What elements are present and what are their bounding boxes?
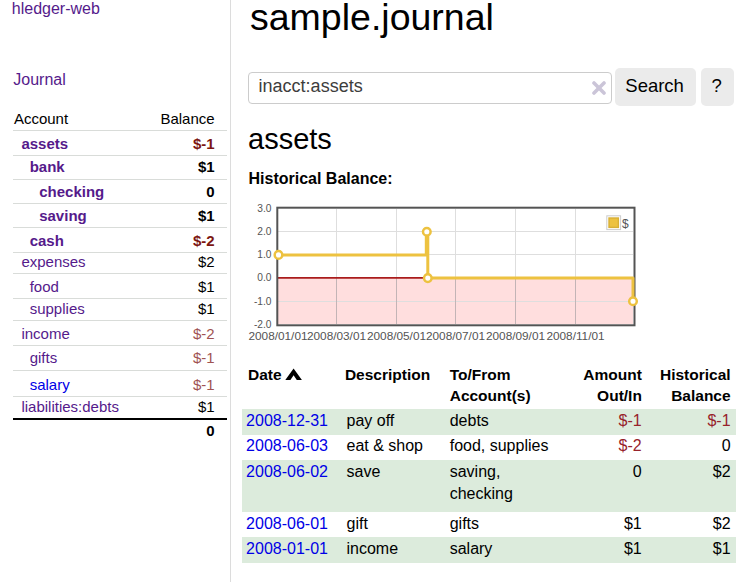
svg-text:2008/01/01: 2008/01/01 bbox=[248, 329, 307, 343]
svg-text:3.0: 3.0 bbox=[257, 203, 271, 214]
svg-text:2008/03/01: 2008/03/01 bbox=[307, 329, 366, 343]
svg-text:2008/09/01: 2008/09/01 bbox=[486, 329, 545, 343]
svg-text:2008/05/01: 2008/05/01 bbox=[367, 329, 426, 343]
svg-text:-1.0: -1.0 bbox=[254, 296, 272, 307]
svg-text:1.0: 1.0 bbox=[257, 249, 271, 260]
svg-text:2.0: 2.0 bbox=[257, 226, 271, 237]
svg-text:2008/11/01: 2008/11/01 bbox=[546, 329, 604, 343]
svg-text:$: $ bbox=[622, 217, 629, 231]
svg-text:0.0: 0.0 bbox=[257, 272, 271, 283]
svg-text:2008/07/01: 2008/07/01 bbox=[426, 329, 485, 343]
